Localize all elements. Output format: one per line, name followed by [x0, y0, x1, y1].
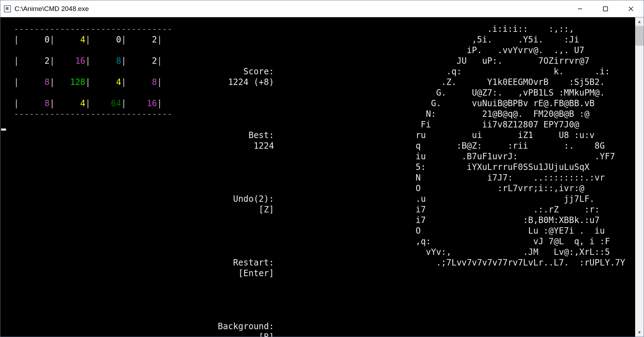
background-label: Background:	[218, 321, 274, 332]
best-label: Best:	[219, 130, 274, 141]
minimize-button[interactable]	[567, 0, 593, 17]
cell-0-1: 4	[55, 35, 86, 45]
window-controls	[567, 0, 644, 17]
cell-3-1: 4	[55, 98, 86, 108]
maximize-button[interactable]	[593, 0, 618, 17]
cell-1-2: 8	[91, 56, 121, 66]
game-grid: -------------------------------| 0| 4| 0…	[14, 24, 172, 119]
cell-3-3: 16	[126, 98, 157, 108]
grid-row: | 8| 128| 4| 8|	[14, 77, 172, 87]
info-panel: Score: 1224 (+8) Best: 1224 Undo(2): [Z]…	[167, 34, 274, 337]
vertical-scrollbar[interactable]: ▲ ▼	[635, 17, 644, 337]
ascii-art: .i:i:i:: :,::, ,5i. .Y5i. :Ji iP. .vvYvr…	[416, 24, 625, 268]
cell-2-0: 8	[19, 77, 50, 87]
cell-0-2: 0	[91, 35, 121, 45]
grid-border: -------------------------------	[14, 109, 172, 119]
grid-row: | 2| 16| 8| 2|	[14, 56, 172, 66]
grid-row: | 8| 4| 64| 16|	[14, 98, 172, 109]
background-key: [B]	[259, 332, 274, 337]
svg-rect-1	[603, 7, 608, 11]
score-label: Score:	[219, 66, 274, 77]
scroll-up-icon[interactable]: ▲	[635, 17, 644, 26]
cell-1-1: 16	[55, 56, 86, 66]
cell-3-0: 8	[19, 98, 50, 108]
cell-3-2: 64	[91, 98, 121, 108]
restart-label: Restart:	[219, 257, 274, 268]
cell-1-3: 2	[126, 56, 157, 66]
score-value: 1224 (+8)	[228, 77, 274, 87]
cell-1-0: 2	[19, 56, 50, 66]
app-icon	[4, 5, 11, 12]
best-value: 1224	[254, 141, 274, 151]
undo-key: [Z]	[259, 204, 274, 215]
close-button[interactable]	[618, 0, 644, 17]
scroll-thumb[interactable]	[635, 26, 644, 46]
undo-label: Undo(2):	[219, 194, 274, 204]
titlebar[interactable]: C:\Anime\CMD 2048.exe	[0, 0, 644, 17]
cell-2-3: 8	[126, 77, 157, 87]
window-title: C:\Anime\CMD 2048.exe	[15, 5, 567, 13]
cell-0-3: 2	[126, 35, 157, 45]
cell-0-0: 0	[19, 35, 50, 45]
grid-border: -------------------------------	[14, 24, 172, 34]
restart-key: [Enter]	[238, 268, 274, 279]
client-area: -------------------------------| 0| 4| 0…	[0, 17, 644, 337]
cell-2-1: 128	[55, 77, 86, 87]
console[interactable]: -------------------------------| 0| 4| 0…	[0, 17, 635, 337]
cell-2-2: 4	[91, 77, 121, 87]
grid-row: | 0| 4| 0| 2|	[14, 34, 172, 45]
cursor	[1, 128, 6, 131]
scroll-down-icon[interactable]: ▼	[635, 328, 644, 337]
app-window: C:\Anime\CMD 2048.exe ------------------…	[0, 0, 644, 337]
